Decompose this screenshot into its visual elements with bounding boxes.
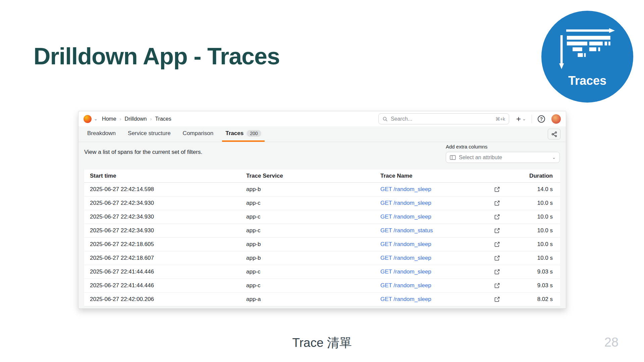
cell-trace-service: app-c	[240, 227, 375, 234]
traces-waterfall-icon	[559, 28, 615, 70]
cell-duration: 10.0 s	[504, 241, 560, 248]
external-link-icon[interactable]	[494, 297, 500, 302]
external-link-icon[interactable]	[494, 200, 500, 206]
trace-name-link[interactable]: GET /random_sleep	[380, 241, 431, 248]
trace-table-rows: 2025-06-27 22:42:14.598 app-b GET /rando…	[84, 183, 560, 306]
breadcrumb-drilldown[interactable]: Drilldown	[125, 116, 147, 122]
table-row: 2025-06-27 22:42:00.206 app-a GET /rando…	[84, 293, 560, 306]
cell-trace-service: app-b	[240, 255, 375, 261]
cell-duration: 8.02 s	[504, 296, 560, 303]
table-row: 2025-06-27 22:42:34.930 app-c GET /rando…	[84, 210, 560, 224]
cell-trace-service: app-b	[240, 186, 375, 193]
search-placeholder: Search...	[391, 116, 492, 122]
table-row: 2025-06-27 22:42:18.605 app-b GET /rando…	[84, 238, 560, 251]
table-row: 2025-06-27 22:42:18.607 app-b GET /rando…	[84, 251, 560, 265]
external-link-icon[interactable]	[494, 269, 500, 275]
cell-start-time: 2025-06-27 22:42:34.930	[84, 200, 240, 206]
attribute-select[interactable]: Select an attribute ⌄	[446, 152, 560, 163]
trace-name-link[interactable]: GET /random_sleep	[380, 186, 431, 193]
cell-trace-name: GET /random_sleep	[375, 186, 504, 193]
external-link-icon[interactable]	[494, 242, 500, 247]
external-link-icon[interactable]	[494, 214, 500, 220]
trace-name-link[interactable]: GET /random_status	[380, 227, 433, 234]
new-button[interactable]: + ⌄	[516, 115, 526, 123]
breadcrumb-home[interactable]: Home	[102, 116, 116, 122]
search-shortcut: ⌘+k	[495, 116, 505, 122]
column-header-trace-name: Trace Name	[375, 173, 504, 179]
cell-start-time: 2025-06-27 22:42:34.930	[84, 227, 240, 234]
app-window: ⌄ Home › Drilldown › Traces Search... ⌘+…	[78, 111, 566, 309]
table-row: 2025-06-27 22:42:14.598 app-b GET /rando…	[84, 183, 560, 196]
attribute-select-placeholder: Select an attribute	[459, 155, 549, 161]
table-row: 2025-06-27 22:42:34.930 app-c GET /rando…	[84, 224, 560, 238]
column-header-start-time: Start time	[84, 173, 240, 179]
tab-comparison[interactable]: Comparison	[179, 126, 217, 142]
cell-start-time: 2025-06-27 22:41:44.446	[84, 282, 240, 289]
external-link-icon[interactable]	[494, 283, 500, 288]
cell-duration: 10.0 s	[504, 255, 560, 261]
cell-start-time: 2025-06-27 22:42:14.598	[84, 186, 240, 193]
cell-start-time: 2025-06-27 22:42:34.930	[84, 214, 240, 220]
share-button[interactable]	[548, 129, 560, 139]
cell-trace-name: GET /random_sleep	[375, 214, 504, 220]
cell-start-time: 2025-06-27 22:42:18.605	[84, 241, 240, 248]
cell-trace-name: GET /random_sleep	[375, 296, 504, 303]
cell-start-time: 2025-06-27 22:41:44.446	[84, 268, 240, 275]
column-header-duration: Duration	[504, 173, 560, 179]
tab-breakdown[interactable]: Breakdown	[84, 126, 119, 142]
cell-duration: 9.03 s	[504, 268, 560, 275]
avatar[interactable]	[551, 114, 561, 124]
cell-duration: 9.03 s	[504, 282, 560, 289]
tab-label: Comparison	[183, 130, 214, 137]
search-input[interactable]: Search... ⌘+k	[378, 113, 509, 124]
grafana-logo[interactable]	[84, 115, 92, 123]
cell-trace-service: app-c	[240, 282, 375, 289]
chevron-down-icon[interactable]: ⌄	[94, 117, 98, 121]
cell-duration: 10.0 s	[504, 214, 560, 220]
extra-columns-label: Add extra columns	[446, 144, 560, 149]
trace-name-link[interactable]: GET /random_sleep	[380, 200, 431, 206]
cell-trace-service: app-b	[240, 241, 375, 248]
table-row: 2025-06-27 22:42:34.930 app-c GET /rando…	[84, 196, 560, 210]
column-header-trace-service: Trace Service	[240, 173, 375, 179]
cell-trace-name: GET /random_sleep	[375, 200, 504, 206]
tab-label: Service structure	[128, 130, 171, 137]
chevron-down-icon: ⌄	[552, 155, 556, 160]
header-divider	[532, 115, 532, 123]
trace-name-link[interactable]: GET /random_sleep	[380, 268, 431, 275]
external-link-icon[interactable]	[494, 228, 500, 233]
cell-trace-service: app-c	[240, 268, 375, 275]
content-area: View a list of spans for the current set…	[78, 142, 566, 308]
chevron-down-icon: ⌄	[522, 117, 526, 121]
cell-trace-name: GET /random_status	[375, 227, 504, 234]
trace-name-link[interactable]: GET /random_sleep	[380, 282, 431, 289]
trace-name-link[interactable]: GET /random_sleep	[380, 214, 431, 220]
breadcrumb-separator: ›	[150, 116, 152, 122]
tab-service-structure[interactable]: Service structure	[124, 126, 174, 142]
cell-duration: 10.0 s	[504, 227, 560, 234]
cell-trace-name: GET /random_sleep	[375, 268, 504, 275]
trace-name-link[interactable]: GET /random_sleep	[380, 296, 431, 303]
cell-trace-name: GET /random_sleep	[375, 241, 504, 248]
breadcrumb: Home › Drilldown › Traces	[102, 116, 171, 122]
columns-icon	[450, 155, 456, 160]
trace-table: Start time Trace Service Trace Name Dura…	[84, 170, 560, 306]
tab-count-badge: 200	[247, 130, 261, 137]
breadcrumb-separator: ›	[120, 116, 121, 122]
plus-icon: +	[516, 115, 521, 123]
cell-duration: 14.0 s	[504, 186, 560, 193]
tab-label: Breakdown	[87, 130, 116, 137]
table-row: 2025-06-27 22:41:44.446 app-c GET /rando…	[84, 279, 560, 293]
trace-name-link[interactable]: GET /random_sleep	[380, 255, 431, 261]
slide-caption: Trace 清單	[0, 335, 644, 351]
breadcrumb-traces[interactable]: Traces	[155, 116, 171, 122]
external-link-icon[interactable]	[494, 187, 500, 192]
cell-start-time: 2025-06-27 22:42:00.206	[84, 296, 240, 303]
external-link-icon[interactable]	[494, 255, 500, 261]
cell-start-time: 2025-06-27 22:42:18.607	[84, 255, 240, 261]
tab-traces[interactable]: Traces 200	[222, 126, 264, 142]
page-number: 28	[604, 335, 619, 350]
help-icon[interactable]: ?	[538, 115, 545, 123]
table-row: 2025-06-27 22:41:44.446 app-c GET /rando…	[84, 265, 560, 279]
tab-label: Traces	[225, 130, 244, 137]
